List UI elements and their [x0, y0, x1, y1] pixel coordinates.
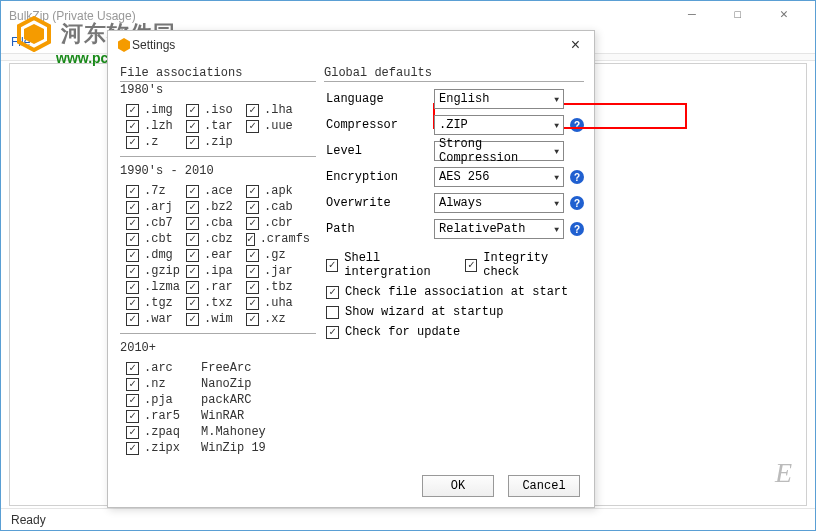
ok-button[interactable]: OK	[422, 475, 494, 497]
checkbox[interactable]	[186, 120, 199, 133]
chevron-down-icon: ▼	[554, 147, 559, 156]
checkbox[interactable]	[126, 136, 139, 149]
checkbox[interactable]	[126, 281, 139, 294]
ext-label: .cbr	[264, 216, 293, 230]
ext-label: .zipx	[144, 441, 189, 455]
checkbox[interactable]	[126, 217, 139, 230]
label-wizard: Show wizard at startup	[345, 305, 503, 319]
checkbox[interactable]	[246, 281, 259, 294]
combo-encryption[interactable]: AES 256▼	[434, 167, 564, 187]
minimize-icon[interactable]: —	[669, 0, 715, 29]
assoc-item: .img	[126, 102, 186, 118]
maximize-icon[interactable]: ☐	[715, 0, 761, 29]
ext-label: .cramfs	[260, 232, 310, 246]
checkbox[interactable]	[246, 297, 259, 310]
close-icon[interactable]: ✕	[761, 0, 807, 29]
help-icon[interactable]: ?	[570, 118, 584, 132]
checkbox[interactable]	[186, 136, 199, 149]
file-associations-header: File associations	[120, 65, 316, 82]
checkbox[interactable]	[246, 233, 255, 246]
checkbox[interactable]	[186, 217, 199, 230]
ext-label: .7z	[144, 184, 166, 198]
assoc-item: .iso	[186, 102, 246, 118]
status-bar: Ready	[1, 508, 815, 530]
chevron-down-icon: ▼	[554, 225, 559, 234]
combo-compressor[interactable]: .ZIP▼	[434, 115, 564, 135]
checkbox[interactable]	[126, 233, 139, 246]
help-icon[interactable]: ?	[570, 170, 584, 184]
group-1980s-title: 1980's	[120, 82, 316, 98]
checkbox[interactable]	[246, 185, 259, 198]
checkbox[interactable]	[246, 120, 259, 133]
ext-label: .uha	[264, 296, 293, 310]
checkbox[interactable]	[126, 410, 139, 423]
checkbox-update[interactable]	[326, 326, 339, 339]
checkbox-shell[interactable]	[326, 259, 338, 272]
checkbox[interactable]	[186, 233, 199, 246]
main-title: BulkZip (Private Usage)	[9, 9, 136, 23]
checkbox[interactable]	[246, 313, 259, 326]
group-2010: 2010+ .arcFreeArc.nzNanoZip.pjapackARC.r…	[118, 340, 316, 462]
assoc-item: .txz	[186, 295, 246, 311]
ext-label: .tbz	[264, 280, 293, 294]
assoc-item: .lzma	[126, 279, 186, 295]
checkbox[interactable]	[186, 297, 199, 310]
status-text: Ready	[11, 513, 46, 527]
checkbox[interactable]	[126, 394, 139, 407]
checkbox[interactable]	[126, 201, 139, 214]
label-shell: Shell intergration	[344, 251, 465, 279]
ext-label: .img	[144, 103, 173, 117]
checkbox[interactable]	[246, 249, 259, 262]
checkbox[interactable]	[186, 104, 199, 117]
assoc-item: .dmg	[126, 247, 186, 263]
ext-label: .cbt	[144, 232, 173, 246]
settings-close-icon[interactable]: ×	[565, 34, 586, 56]
ext-label: .z	[144, 135, 158, 149]
checkbox[interactable]	[126, 185, 139, 198]
checkbox[interactable]	[126, 313, 139, 326]
checkbox-assoc[interactable]	[326, 286, 339, 299]
checkbox[interactable]	[126, 426, 139, 439]
checkbox[interactable]	[186, 281, 199, 294]
assoc-item: .zpaqM.Mahoney	[126, 424, 306, 440]
combo-language[interactable]: English▼	[434, 89, 564, 109]
checkbox-integrity[interactable]	[465, 259, 477, 272]
checkbox[interactable]	[126, 297, 139, 310]
ext-label: .cbz	[204, 232, 233, 246]
menu-file[interactable]: File	[11, 35, 30, 49]
assoc-item: .cab	[246, 199, 306, 215]
ext-name: WinZip 19	[201, 441, 266, 455]
assoc-item: .apk	[246, 183, 306, 199]
checkbox[interactable]	[126, 249, 139, 262]
ext-label: .rar5	[144, 409, 189, 423]
ext-label: .gz	[264, 248, 286, 262]
checkbox[interactable]	[186, 185, 199, 198]
combo-path[interactable]: RelativePath▼	[434, 219, 564, 239]
checkbox[interactable]	[126, 104, 139, 117]
checkbox[interactable]	[186, 249, 199, 262]
settings-dialog: Settings × File associations 1980's .img…	[107, 30, 595, 508]
checkbox[interactable]	[246, 217, 259, 230]
checkbox[interactable]	[126, 378, 139, 391]
checkbox[interactable]	[126, 362, 139, 375]
checkbox[interactable]	[246, 201, 259, 214]
main-titlebar: BulkZip (Private Usage) — ☐ ✕	[1, 1, 815, 31]
label-assoc: Check file association at start	[345, 285, 568, 299]
checkbox[interactable]	[186, 201, 199, 214]
help-icon[interactable]: ?	[570, 222, 584, 236]
checkbox-wizard[interactable]	[326, 306, 339, 319]
checkbox[interactable]	[186, 265, 199, 278]
checkbox[interactable]	[126, 442, 139, 455]
chevron-down-icon: ▼	[554, 95, 559, 104]
checkbox[interactable]	[126, 265, 139, 278]
combo-overwrite[interactable]: Always▼	[434, 193, 564, 213]
checkbox[interactable]	[186, 313, 199, 326]
ext-label: .nz	[144, 377, 189, 391]
checkbox[interactable]	[126, 120, 139, 133]
checkbox[interactable]	[246, 265, 259, 278]
cancel-button[interactable]: Cancel	[508, 475, 580, 497]
help-icon[interactable]: ?	[570, 196, 584, 210]
ext-name: FreeArc	[201, 361, 251, 375]
checkbox[interactable]	[246, 104, 259, 117]
combo-level[interactable]: Strong Compression▼	[434, 141, 564, 161]
